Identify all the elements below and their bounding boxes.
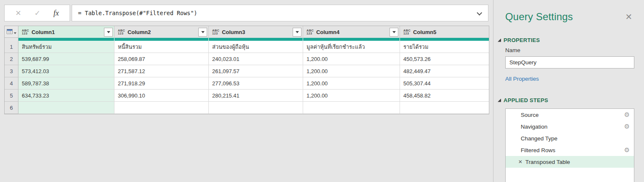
confirm-check-icon[interactable]: ✓ (34, 9, 40, 18)
row-number: 5 (5, 90, 18, 102)
cell[interactable]: หนี้สินรวม (114, 41, 209, 53)
formula-text[interactable]: = Table.Transpose(#"Filtered Rows") (78, 10, 197, 16)
filter-caret-icon (392, 31, 396, 33)
cell[interactable]: 271,918.29 (114, 77, 209, 90)
cell[interactable]: 306,990.10 (114, 90, 209, 102)
cell[interactable]: 277,096.53 (209, 77, 303, 90)
cell[interactable] (303, 102, 400, 114)
any-type-icon[interactable]: ABC123 (306, 29, 314, 35)
gear-icon[interactable]: ⚙ (624, 147, 630, 153)
any-type-icon[interactable]: ABC123 (212, 29, 219, 35)
cell[interactable]: สินทรัพย์รวม (18, 41, 114, 53)
fx-icon[interactable]: fx (53, 9, 59, 18)
cell[interactable]: ส่วนของผู้ถือหุ้น (209, 41, 303, 53)
column-name: Column1 (31, 29, 101, 35)
cell[interactable]: 458,458.82 (400, 90, 489, 102)
cell[interactable]: 261,097.57 (209, 65, 303, 77)
applied-steps-section-header[interactable]: APPLIED STEPS (498, 97, 548, 103)
cell[interactable]: 258,069.87 (114, 53, 209, 65)
query-name-input[interactable] (505, 56, 634, 69)
filter-caret-icon (201, 31, 205, 33)
cell[interactable] (18, 102, 114, 114)
all-properties-link[interactable]: All Properties (505, 76, 539, 82)
cell[interactable]: 505,307.44 (400, 77, 489, 90)
cell[interactable]: 1,200.00 (303, 53, 400, 65)
table-row: 6 (5, 102, 489, 114)
cell[interactable] (209, 102, 303, 114)
gear-icon[interactable]: ⚙ (624, 124, 630, 130)
column-header-column5[interactable]: ABC123 Column5 (400, 26, 489, 38)
table-row: 5 634,733.23 306,990.10 280,215.41 1,200… (5, 90, 489, 102)
formula-bar: ✕ ✓ fx = Table.Transpose(#"Filtered Rows… (4, 5, 488, 21)
table-row: 1 สินทรัพย์รวม หนี้สินรวม ส่วนของผู้ถือห… (5, 41, 489, 53)
properties-section-header[interactable]: PROPERTIES (498, 37, 540, 43)
applied-steps-list: Source ⚙ Navigation ⚙ Changed Type Filte… (505, 108, 634, 182)
data-preview-grid: ABC123 Column1 ABC123 Column2 ABC123 Col… (4, 26, 489, 114)
column-name: Column3 (222, 29, 290, 35)
step-filtered-rows[interactable]: Filtered Rows ⚙ (506, 144, 634, 156)
expand-formula-bar-icon[interactable] (477, 10, 482, 16)
formula-input[interactable]: = Table.Transpose(#"Filtered Rows") (72, 5, 488, 21)
step-transposed-table[interactable]: ✕ Transposed Table (506, 156, 634, 168)
column-header-column2[interactable]: ABC123 Column2 (114, 26, 209, 38)
cell[interactable]: 539,687.99 (18, 53, 114, 65)
row-number: 6 (5, 102, 18, 114)
column-name: Column5 (413, 29, 488, 35)
cell[interactable]: มูลค่าหุ้นที่เรียกชำระแล้ว (303, 41, 400, 53)
filter-dropdown-button[interactable] (390, 28, 398, 37)
row-number: 4 (5, 77, 18, 90)
cell[interactable] (400, 102, 489, 114)
formula-buttons: ✕ ✓ fx (4, 5, 70, 21)
cell[interactable]: 280,215.41 (209, 90, 303, 102)
filter-dropdown-button[interactable] (198, 28, 207, 37)
collapse-triangle-icon[interactable] (498, 39, 501, 42)
cell[interactable]: 482,449.47 (400, 65, 489, 77)
any-type-icon[interactable]: ABC123 (22, 29, 29, 35)
filter-dropdown-button[interactable] (104, 28, 113, 37)
filter-dropdown-button[interactable] (293, 28, 301, 37)
delete-step-icon[interactable]: ✕ (518, 159, 522, 165)
column-header-column4[interactable]: ABC123 Column4 (303, 26, 400, 38)
table-menu-button[interactable] (5, 26, 18, 38)
step-navigation[interactable]: Navigation ⚙ (506, 121, 634, 132)
gear-icon[interactable]: ⚙ (624, 112, 630, 118)
cell[interactable]: รายได้รวม (400, 41, 489, 53)
cell[interactable] (114, 102, 209, 114)
table-row: 3 573,412.03 271,587.12 261,097.57 1,200… (5, 65, 489, 77)
row-number: 1 (5, 41, 18, 53)
column-name: Column4 (316, 29, 387, 35)
cell[interactable]: 589,787.38 (18, 77, 114, 90)
close-icon[interactable]: ✕ (625, 13, 632, 21)
table-menu-caret-icon (14, 32, 16, 34)
row-number: 3 (5, 65, 18, 77)
filter-caret-icon (107, 31, 110, 33)
cell[interactable]: 240,023.01 (209, 53, 303, 65)
cell[interactable]: 634,733.23 (18, 90, 114, 102)
cell[interactable]: 271,587.12 (114, 65, 209, 77)
table-icon (7, 29, 13, 34)
step-changed-type[interactable]: Changed Type (506, 132, 634, 144)
cell[interactable]: 573,412.03 (18, 65, 114, 77)
step-source[interactable]: Source ⚙ (506, 109, 634, 121)
panel-title: Query Settings (505, 11, 573, 23)
column-accent-bar (5, 38, 489, 41)
cancel-icon[interactable]: ✕ (16, 9, 21, 18)
collapse-triangle-icon[interactable] (498, 99, 501, 102)
filter-caret-icon (296, 31, 299, 33)
row-number: 2 (5, 53, 18, 65)
any-type-icon[interactable]: ABC123 (118, 29, 125, 35)
cell[interactable]: 1,200.00 (303, 90, 400, 102)
any-type-icon[interactable]: ABC123 (403, 29, 410, 35)
column-name: Column2 (127, 29, 196, 35)
column-header-column3[interactable]: ABC123 Column3 (209, 26, 303, 38)
name-label: Name (505, 47, 520, 53)
table-row: 4 589,787.38 271,918.29 277,096.53 1,200… (5, 77, 489, 90)
cell[interactable]: 1,200.00 (303, 65, 400, 77)
table-row: 2 539,687.99 258,069.87 240,023.01 1,200… (5, 53, 489, 65)
cell[interactable]: 1,200.00 (303, 77, 400, 90)
query-settings-panel: Query Settings ✕ PROPERTIES Name All Pro… (493, 0, 644, 182)
cell[interactable]: 450,573.26 (400, 53, 489, 65)
column-header-column1[interactable]: ABC123 Column1 (18, 26, 114, 38)
